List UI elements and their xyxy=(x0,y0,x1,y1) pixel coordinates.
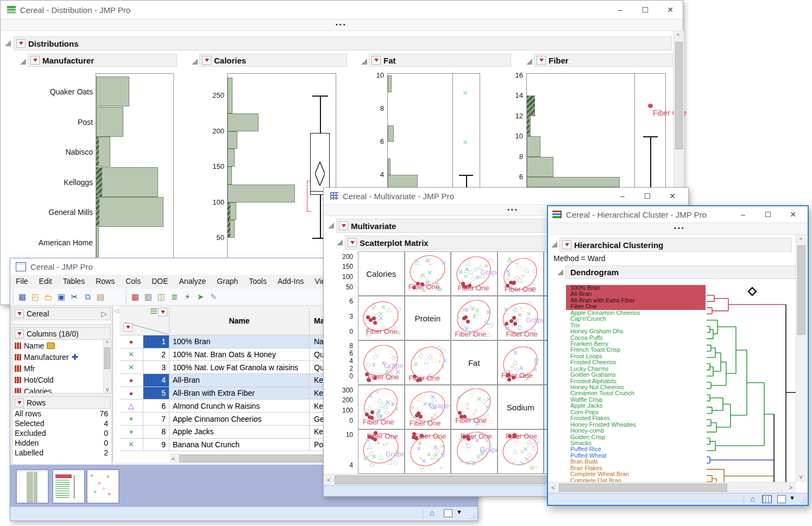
matrix-diagonal-sodium[interactable]: Sodium xyxy=(498,385,544,429)
toolbar-copy-button[interactable]: ⧉ xyxy=(81,291,93,302)
maximize-button[interactable]: ☐ xyxy=(633,1,658,19)
row-number-cell[interactable]: 3 xyxy=(143,361,169,374)
minimize-button[interactable]: – xyxy=(608,1,633,19)
dendrogram-leaf-trix[interactable]: Trix xyxy=(566,322,706,328)
dendrogram-leaf-bran-flakes[interactable]: Bran Flakes xyxy=(566,465,706,471)
matrix-cell-fiber-protein[interactable]: ××△+□+△◇×××□◇×××□×□×Fiber One xyxy=(405,429,451,474)
scroll-up-arrow[interactable]: ^ xyxy=(800,237,802,243)
manufacturer-red-triangle-menu[interactable] xyxy=(30,56,40,65)
dendrogram-tree[interactable] xyxy=(704,285,799,485)
toolbar-open-button[interactable]: 🗀 xyxy=(42,291,54,302)
menu-doe[interactable]: DOE xyxy=(146,275,173,288)
dendrogram-leaf-smacks[interactable]: Smacks xyxy=(566,440,706,446)
fiber-bin-bar[interactable] xyxy=(527,177,620,187)
close-button[interactable]: ✕ xyxy=(660,188,685,204)
dendrogram-leaf-apple-cinnamon-cheerios[interactable]: Apple Cinnamon Cheerios xyxy=(566,310,706,316)
row-number-cell[interactable]: 4 xyxy=(143,374,169,387)
fat-bin-bar[interactable] xyxy=(388,125,394,142)
dendrogram-leaf-franken-berry[interactable]: Franken Berry xyxy=(566,341,706,347)
fiber-bin-selected[interactable] xyxy=(527,116,530,136)
cluster-vscrollbar[interactable]: ^ v xyxy=(796,235,807,482)
toolbar-new-data-table-button[interactable]: ▦ xyxy=(16,291,28,302)
row-state-marker-cell[interactable]: × xyxy=(119,348,143,362)
fiber-bin-selected[interactable] xyxy=(527,96,535,116)
selected-point[interactable] xyxy=(466,320,470,324)
grid-corner-cell[interactable] xyxy=(119,306,169,335)
fiber-bin-bar[interactable] xyxy=(527,136,540,156)
scroll-right-arrow[interactable]: > xyxy=(789,485,792,491)
toolbar-distribution-button[interactable]: ≣ xyxy=(168,291,180,302)
minimize-button[interactable]: – xyxy=(731,206,756,223)
row-number-cell[interactable]: 8 xyxy=(143,426,169,439)
thumbnail-cluster[interactable] xyxy=(52,469,85,504)
multivariate-titlebar[interactable]: Cereal - Multivariate - JMP Pro – ☐ ✕ xyxy=(324,188,688,204)
scroll-up-arrow[interactable]: ^ xyxy=(106,340,109,346)
manufacturer-bar-selected[interactable] xyxy=(96,167,102,197)
multivariate-red-triangle-menu[interactable] xyxy=(339,221,348,230)
dendrogram-leaf-golden-crisp[interactable]: Golden Crisp xyxy=(566,434,706,440)
toolbar-data-table-button[interactable]: ▦ xyxy=(129,291,141,302)
menu-cols[interactable]: Cols xyxy=(120,275,146,288)
distributions-collapse-icon[interactable] xyxy=(5,40,11,46)
close-button[interactable]: ✕ xyxy=(780,206,805,223)
matrix-cell-fiber-fat[interactable]: ++××△△×□×□×△△××□×××◇Fiber OneGrape-Nuts xyxy=(451,429,498,474)
row-state-marker-cell[interactable]: ● xyxy=(119,335,143,348)
status-checkbox[interactable] xyxy=(777,495,786,503)
cell-name[interactable]: 100% Nat. Low Fat Granola w raisins xyxy=(169,361,310,374)
scatterplot-collapse-icon[interactable] xyxy=(337,239,343,245)
manufacturer-bar-selected[interactable] xyxy=(96,137,99,167)
selected-point[interactable] xyxy=(415,414,419,417)
row-state-marker-cell[interactable]: △ xyxy=(119,400,143,413)
column-item-name[interactable]: Name xyxy=(12,340,111,351)
cell-name[interactable]: 100% Nat. Bran Oats & Honey xyxy=(169,348,310,362)
calories-bin-bar[interactable] xyxy=(228,149,235,167)
thumbnail-multivariate[interactable] xyxy=(86,469,119,504)
ribbon-overflow-dots[interactable]: ••• xyxy=(336,21,347,28)
status-dropdown-arrow[interactable]: ▼ xyxy=(456,509,462,515)
manufacturer-bar[interactable] xyxy=(96,227,99,257)
dendrogram-leaf-lucky-charms[interactable]: Lucky Charms xyxy=(566,366,706,372)
dendrogram-leaf-all-bran-with-extra-fiber[interactable]: All-Bran with Extra Fiber xyxy=(566,297,706,303)
resize-grip[interactable] xyxy=(470,513,476,519)
dendrogram-leaf-frosted-alphabits[interactable]: Frosted Alphabits xyxy=(566,378,706,384)
calories-bin-bar[interactable] xyxy=(228,78,232,113)
matrix-cell-calories-sodium[interactable]: □+□□×+×△△◇×△◇△□◇×△△+Fiber One xyxy=(498,251,544,296)
dendrogram-leaf-honey-graham-ohs[interactable]: Honey Graham Ohs xyxy=(566,328,706,334)
calories-bin-bar[interactable] xyxy=(228,185,295,202)
selected-point[interactable] xyxy=(373,321,377,325)
resize-grip[interactable] xyxy=(800,497,807,504)
row-number-cell[interactable]: 6 xyxy=(143,400,169,413)
fiber-red-triangle-menu[interactable] xyxy=(537,56,546,65)
dendrogram-leaf-complete-wheat-bran[interactable]: Complete Wheat Bran xyxy=(566,471,706,477)
matrix-cell-fat-sodium[interactable]: ◇◇×+××□++◇△□×××××□△□Fiber One xyxy=(498,340,544,385)
toolbar-fit-y-by-x-button[interactable]: ⚡ xyxy=(181,291,193,302)
calories-bin-bar[interactable] xyxy=(228,131,237,149)
panel-expand-arrow[interactable]: ▷ xyxy=(101,309,107,318)
scroll-up-arrow[interactable]: ^ xyxy=(677,33,679,39)
rows-red-triangle-menu[interactable] xyxy=(158,308,167,316)
matrix-cell-fiber-sodium[interactable]: ◇□△◇×△◇××△□×+□+◇◇×△+Fiber One xyxy=(498,429,544,474)
calories-bin-bar[interactable] xyxy=(228,113,259,131)
maximize-button[interactable]: ☐ xyxy=(635,188,660,204)
dendrogram-leaf-puffed-rice[interactable]: Puffed Rice xyxy=(566,446,706,452)
row-state-marker-cell[interactable]: × xyxy=(119,439,143,452)
cluster-red-triangle-menu[interactable] xyxy=(562,240,571,249)
row-number-cell[interactable]: 1 xyxy=(143,335,169,348)
columns-panel-red-triangle[interactable] xyxy=(15,329,24,338)
dendrogram-leaf-honey-frosted-wheaties[interactable]: Honey Frosted Wheaties xyxy=(566,422,706,428)
manufacturer-collapse-icon[interactable] xyxy=(20,57,26,67)
menu-tables[interactable]: Tables xyxy=(58,275,90,288)
dendrogram-leaf-honey-comb[interactable]: Honey-comb xyxy=(566,428,706,434)
matrix-diagonal-fat[interactable]: Fat xyxy=(451,340,498,385)
matrix-cell-fiber-calories[interactable]: ◇◇×△++×△×+×+◇+□△+×△+Fiber OneGrape-Nuts xyxy=(358,429,405,474)
row-state-marker-cell[interactable]: × xyxy=(119,361,143,374)
dendrogram-leaf-corn-pops[interactable]: Corn Pops xyxy=(566,409,706,415)
row-state-marker-cell[interactable]: ● xyxy=(119,374,143,387)
row-number-cell[interactable]: 7 xyxy=(143,413,169,426)
row-number-cell[interactable]: 5 xyxy=(143,387,169,400)
toolbar-formula-button[interactable]: ▥ xyxy=(142,291,154,302)
column-item-manufacturer[interactable]: Manufacturer✚ xyxy=(12,351,111,363)
dendrogram-leaf-all-bran[interactable]: All-Bran xyxy=(566,291,706,297)
dendrogram-leaf-french-toast-crisp[interactable]: French Toast Crisp xyxy=(566,347,706,353)
dendrogram-leaf-waffle-crisp[interactable]: Waffle Crisp xyxy=(566,397,706,403)
